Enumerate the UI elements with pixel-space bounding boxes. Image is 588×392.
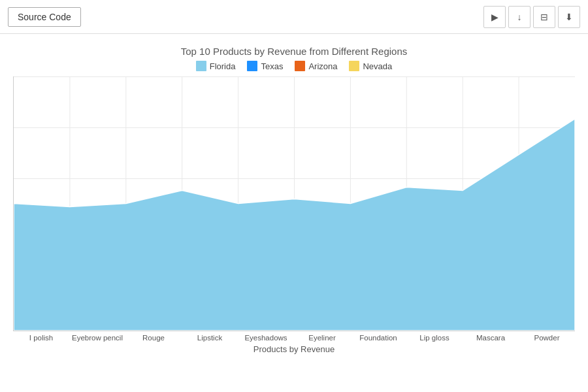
play-button[interactable]: ▶ — [483, 6, 506, 28]
x-label-mascara: Mascara — [463, 334, 519, 342]
legend-item-nevada: Nevada — [349, 61, 392, 71]
print-button[interactable]: ⊟ — [533, 6, 555, 28]
chart-container: Top 10 Products by Revenue from Differen… — [0, 34, 588, 354]
chart-title: Top 10 Products by Revenue from Differen… — [13, 46, 575, 57]
x-label-nail-polish: I polish — [13, 334, 69, 342]
legend-label-nevada: Nevada — [363, 61, 392, 71]
legend-item-florida: Florida — [196, 61, 236, 71]
legend-item-texas: Texas — [247, 61, 283, 71]
legend-color-nevada — [349, 61, 359, 71]
toolbar: Source Code ▶ ↓ ⊟ ⬇ — [0, 0, 588, 34]
legend-color-arizona — [295, 61, 305, 71]
chart-svg — [14, 76, 575, 331]
legend-color-florida — [196, 61, 206, 71]
export-button[interactable]: ⬇ — [558, 6, 580, 28]
legend-label-texas: Texas — [261, 61, 283, 71]
source-code-button[interactable]: Source Code — [8, 7, 81, 27]
x-label-eyeshadows: Eyeshadows — [238, 334, 294, 342]
x-label-lip-gloss: Lip gloss — [406, 334, 463, 342]
toolbar-icon-group: ▶ ↓ ⊟ ⬇ — [483, 6, 580, 28]
x-axis-title: Products by Revenue — [13, 344, 575, 354]
x-label-foundation: Foundation — [350, 334, 406, 342]
legend-item-arizona: Arizona — [295, 61, 337, 71]
legend-color-texas — [247, 61, 257, 71]
x-axis: I polish Eyebrow pencil Rouge Lipstick E… — [13, 331, 575, 342]
x-label-eyebrow-pencil: Eyebrow pencil — [69, 334, 125, 342]
legend-label-florida: Florida — [210, 61, 236, 71]
download-button[interactable]: ↓ — [508, 6, 531, 28]
chart-area — [13, 76, 575, 331]
x-label-rouge: Rouge — [125, 334, 182, 342]
chart-legend: Florida Texas Arizona Nevada — [13, 61, 575, 71]
x-label-lipstick: Lipstick — [182, 334, 238, 342]
x-label-eyeliner: Eyeliner — [294, 334, 350, 342]
x-label-powder: Powder — [519, 334, 575, 342]
legend-label-arizona: Arizona — [308, 61, 337, 71]
